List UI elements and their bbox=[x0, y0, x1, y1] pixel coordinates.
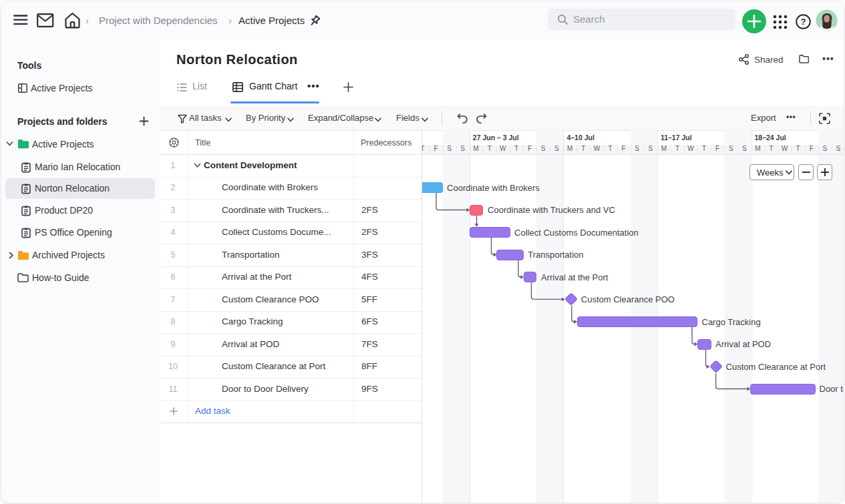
svg-text:?: ? bbox=[801, 17, 806, 27]
